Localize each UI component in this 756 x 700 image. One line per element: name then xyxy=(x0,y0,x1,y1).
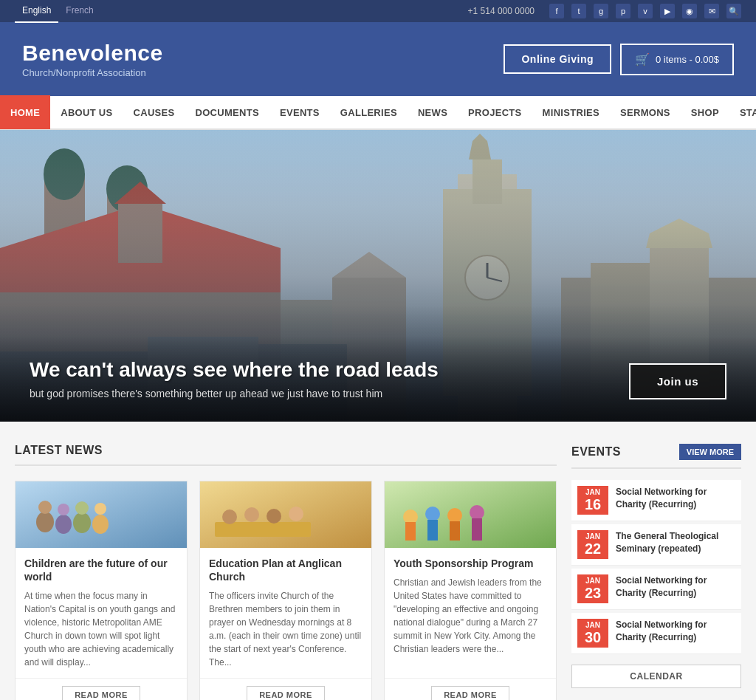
read-more-button-2[interactable]: READ MORE xyxy=(247,686,325,700)
news-title-1: Children are the future of our world xyxy=(24,557,178,583)
event-day-1: 16 xyxy=(581,496,605,512)
cart-label: 0 items - 0.00$ xyxy=(656,54,719,65)
news-image-3 xyxy=(385,481,556,548)
events-header: EVENTS VIEW MORE xyxy=(571,444,741,469)
svg-rect-44 xyxy=(405,522,416,541)
news-image-2 xyxy=(200,481,371,548)
read-more-button-3[interactable]: READ MORE xyxy=(431,686,509,700)
news-text-1: At time when the focus many in Nation's … xyxy=(24,589,178,669)
hero-headline: We can't always see where the road leads xyxy=(30,358,439,382)
news-card-footer-1: READ MORE xyxy=(16,678,187,700)
join-us-button[interactable]: Join us xyxy=(629,363,726,399)
nav-documents[interactable]: DOCUMENTS xyxy=(185,95,269,129)
logo-area: Benevolence Church/Nonprofit Association xyxy=(22,41,163,78)
event-item-1: JAN 16 Social Networking for Charity (Re… xyxy=(571,480,741,521)
events-title: EVENTS xyxy=(571,445,621,459)
svg-point-34 xyxy=(92,515,109,534)
nav-staff[interactable]: STAFF xyxy=(729,95,756,129)
lang-english[interactable]: English xyxy=(15,0,58,23)
top-bar-right: +1 514 000 0000 f t g p v ▶ ◉ ✉ 🔍 xyxy=(468,4,741,18)
pinterest-icon[interactable]: p xyxy=(616,4,630,18)
svg-point-40 xyxy=(267,509,281,524)
twitter-icon[interactable]: t xyxy=(571,4,586,18)
svg-point-47 xyxy=(447,508,462,523)
nav-ministries[interactable]: MINISTRIES xyxy=(532,95,610,129)
event-day-2: 22 xyxy=(581,541,605,557)
event-month-4: JAN xyxy=(581,621,605,629)
svg-point-28 xyxy=(36,512,54,532)
svg-point-35 xyxy=(94,503,106,515)
youtube-icon[interactable]: ▶ xyxy=(660,4,675,18)
news-image-1 xyxy=(16,481,187,548)
nav-projects[interactable]: PROJECTS xyxy=(458,95,532,129)
event-title-3: Social Networking for Charity (Recurring… xyxy=(616,574,735,600)
nav-galleries[interactable]: GALLERIES xyxy=(330,95,408,129)
event-month-2: JAN xyxy=(581,532,605,541)
svg-rect-46 xyxy=(427,520,438,541)
svg-point-45 xyxy=(425,507,440,521)
language-switcher: English French xyxy=(15,0,101,23)
vimeo-icon[interactable]: v xyxy=(638,4,653,18)
svg-point-33 xyxy=(75,501,89,515)
news-card-body-1: Children are the future of our world At … xyxy=(16,548,187,678)
news-title-2: Education Plan at Anglican Church xyxy=(209,557,362,583)
svg-rect-50 xyxy=(472,518,482,541)
news-text-3: Christian and Jewish leaders from the Un… xyxy=(394,576,547,669)
svg-point-39 xyxy=(244,507,259,522)
svg-point-30 xyxy=(55,515,72,534)
search-icon[interactable]: 🔍 xyxy=(726,4,741,18)
news-card-footer-2: READ MORE xyxy=(200,678,371,700)
news-grid: Children are the future of our world At … xyxy=(15,481,557,700)
hero-subtext: but god promises there's something bette… xyxy=(30,388,439,399)
event-info-3: Social Networking for Charity (Recurring… xyxy=(616,574,735,600)
news-card-2: Education Plan at Anglican Church The of… xyxy=(199,481,372,700)
main-content: LATEST NEWS xyxy=(0,422,756,700)
news-card-footer-3: READ MORE xyxy=(385,678,556,700)
event-item-2: JAN 22 The General Theological Seminary … xyxy=(571,524,741,566)
hero-section: We can't always see where the road leads… xyxy=(0,130,756,422)
svg-point-31 xyxy=(58,504,69,515)
news-title-3: Youth Sponsorship Program xyxy=(394,557,547,570)
event-month-3: JAN xyxy=(581,577,605,585)
lang-french[interactable]: French xyxy=(58,0,100,23)
googleplus-icon[interactable]: g xyxy=(594,4,608,18)
phone-number: +1 514 000 0000 xyxy=(468,6,535,16)
event-info-2: The General Theological Seminary (repeat… xyxy=(616,530,735,555)
nav-news[interactable]: NEWS xyxy=(408,95,458,129)
online-giving-button[interactable]: Online Giving xyxy=(504,44,611,74)
read-more-button-1[interactable]: READ MORE xyxy=(62,686,140,700)
event-title-4: Social Networking for Charity (Recurring… xyxy=(616,619,735,644)
cart-icon: 🛒 xyxy=(635,52,650,66)
event-day-3: 23 xyxy=(581,585,605,601)
cart-button[interactable]: 🛒 0 items - 0.00$ xyxy=(620,44,734,75)
event-date-1: JAN 16 xyxy=(577,486,608,515)
news-card-1: Children are the future of our world At … xyxy=(15,481,188,700)
top-bar: English French +1 514 000 0000 f t g p v… xyxy=(0,0,756,22)
event-title-2: The General Theological Seminary (repeat… xyxy=(616,530,735,555)
nav-home[interactable]: HOME xyxy=(0,95,50,129)
hero-overlay: We can't always see where the road leads… xyxy=(0,336,756,422)
event-date-3: JAN 23 xyxy=(577,574,608,603)
nav-events[interactable]: EVENTS xyxy=(269,95,330,129)
view-more-button[interactable]: VIEW MORE xyxy=(679,444,741,460)
facebook-icon[interactable]: f xyxy=(549,4,564,18)
event-date-2: JAN 22 xyxy=(577,530,608,559)
svg-point-32 xyxy=(73,512,91,533)
nav-causes[interactable]: CAUSES xyxy=(123,95,185,129)
rss-icon[interactable]: ◉ xyxy=(682,4,697,18)
event-item-3: JAN 23 Social Networking for Charity (Re… xyxy=(571,569,741,610)
main-nav: HOME ABOUT US CAUSES DOCUMENTS EVENTS GA… xyxy=(0,96,756,130)
news-card-body-2: Education Plan at Anglican Church The of… xyxy=(200,548,371,678)
calendar-button[interactable]: CALENDAR xyxy=(571,665,741,688)
events-sidebar: EVENTS VIEW MORE JAN 16 Social Networkin… xyxy=(571,444,741,700)
nav-shop[interactable]: SHOP xyxy=(681,95,729,129)
news-text-2: The officers invite Church of the Brethr… xyxy=(209,589,362,669)
event-item-4: JAN 30 Social Networking for Charity (Re… xyxy=(571,613,741,654)
latest-news-title: LATEST NEWS xyxy=(15,444,557,466)
email-icon[interactable]: ✉ xyxy=(704,4,719,18)
header-buttons: Online Giving 🛒 0 items - 0.00$ xyxy=(504,44,734,75)
nav-sermons[interactable]: SERMONS xyxy=(610,95,681,129)
news-card-3: Youth Sponsorship Program Christian and … xyxy=(384,481,557,700)
nav-about-us[interactable]: ABOUT US xyxy=(50,95,123,129)
svg-rect-48 xyxy=(450,521,460,541)
